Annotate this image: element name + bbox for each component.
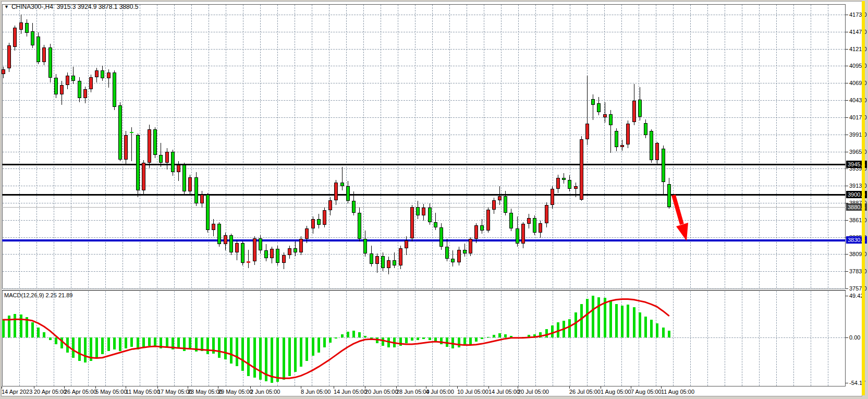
candle-down bbox=[264, 250, 268, 258]
vertical-gridline bbox=[587, 5, 588, 288]
macd-histogram-bar bbox=[341, 334, 344, 337]
horizontal-gridline bbox=[3, 117, 845, 118]
time-axis-label: 4 Jul 05:00 bbox=[426, 389, 454, 395]
macd-histogram-bar bbox=[300, 337, 302, 367]
candle-down bbox=[644, 123, 647, 135]
macd-histogram-bar bbox=[387, 337, 390, 347]
candle-wick bbox=[435, 213, 436, 230]
vertical-gridline bbox=[157, 291, 157, 386]
horizontal-line-3900.0[interactable] bbox=[2, 194, 846, 196]
candle-up bbox=[60, 85, 64, 94]
macd-histogram-bar bbox=[26, 317, 28, 337]
horizontal-line-3830.6[interactable] bbox=[2, 239, 846, 241]
macd-histogram-bar bbox=[580, 304, 583, 337]
candle-down bbox=[434, 222, 437, 227]
vertical-gridline bbox=[398, 5, 398, 288]
candle-up bbox=[212, 224, 215, 229]
time-axis-label: 1 Aug 05:00 bbox=[601, 389, 631, 395]
candle-wick bbox=[593, 94, 593, 120]
candle-down bbox=[463, 250, 467, 254]
candle-up bbox=[177, 165, 180, 172]
horizontal-gridline bbox=[3, 152, 845, 152]
time-axis-label: 23 May 05:00 bbox=[188, 389, 223, 395]
candle-wick bbox=[605, 102, 605, 123]
vertical-gridline bbox=[363, 291, 364, 386]
time-axis-label: 20 Jun 05:00 bbox=[365, 389, 398, 395]
vertical-gridline bbox=[226, 5, 226, 288]
macd-histogram-bar bbox=[72, 337, 75, 358]
candle-down bbox=[562, 178, 566, 180]
macd-histogram-bar bbox=[172, 337, 174, 349]
vertical-gridline bbox=[518, 5, 519, 288]
macd-histogram-bar bbox=[434, 337, 437, 342]
candle-up bbox=[19, 22, 23, 30]
vertical-gridline bbox=[776, 5, 777, 288]
macd-histogram-bar bbox=[195, 337, 198, 352]
macd-histogram-bar bbox=[411, 337, 413, 341]
vertical-gridline bbox=[553, 5, 553, 288]
time-axis-label: 20 Jul 05:00 bbox=[518, 389, 549, 395]
macd-histogram-bar bbox=[183, 337, 186, 351]
macd-histogram-bar bbox=[265, 337, 267, 381]
candle-down bbox=[36, 37, 40, 62]
macd-histogram-bar bbox=[370, 337, 373, 340]
vertical-gridline bbox=[123, 5, 123, 288]
candle-up bbox=[247, 261, 250, 263]
candle-down bbox=[667, 184, 671, 207]
price-tick bbox=[846, 220, 848, 221]
candle-down bbox=[393, 260, 396, 265]
candle-down bbox=[416, 207, 420, 215]
one-click-dropdown-icon[interactable]: ▼ bbox=[4, 4, 9, 9]
candle-up bbox=[270, 249, 274, 258]
candle-down bbox=[54, 78, 58, 94]
candle-down bbox=[480, 225, 484, 231]
candle-down bbox=[439, 227, 443, 247]
macd-histogram-bar bbox=[568, 319, 571, 337]
vertical-gridline bbox=[467, 5, 467, 288]
candle-down bbox=[194, 177, 198, 203]
macd-histogram-bar bbox=[177, 337, 180, 348]
vertical-gridline bbox=[467, 291, 467, 386]
vertical-gridline bbox=[140, 5, 140, 288]
macd-histogram-bar bbox=[405, 337, 408, 343]
candle-up bbox=[457, 250, 461, 262]
macd-histogram-bar bbox=[218, 337, 221, 358]
vertical-gridline bbox=[673, 5, 674, 288]
candle-down bbox=[276, 249, 279, 263]
horizontal-gridline bbox=[3, 66, 845, 66]
vertical-gridline bbox=[329, 5, 329, 288]
macd-histogram-bar bbox=[271, 337, 273, 383]
vertical-gridline bbox=[553, 291, 553, 386]
macd-histogram-bar bbox=[533, 334, 536, 337]
time-axis-label: 14 Jul 05:00 bbox=[488, 389, 520, 395]
macd-tick bbox=[846, 296, 848, 296]
candle-down bbox=[509, 213, 513, 228]
candle-wick bbox=[73, 67, 74, 84]
macd-histogram-bar bbox=[510, 336, 512, 337]
macd-histogram-bar bbox=[125, 337, 127, 348]
candle-down bbox=[597, 103, 601, 112]
vertical-gridline bbox=[742, 5, 742, 288]
candle-up bbox=[626, 124, 630, 144]
vertical-gridline bbox=[828, 291, 828, 386]
candle-wick bbox=[108, 69, 109, 88]
macd-histogram-bar bbox=[644, 317, 647, 337]
candle-up bbox=[527, 218, 531, 224]
macd-histogram-bar bbox=[451, 337, 454, 348]
price-tick bbox=[846, 15, 848, 15]
vertical-gridline bbox=[105, 291, 106, 386]
macd-histogram-bar bbox=[206, 337, 209, 354]
macd-histogram-bar bbox=[294, 337, 297, 372]
vertical-gridline bbox=[19, 5, 20, 288]
macd-histogram-bar bbox=[458, 337, 460, 347]
candle-up bbox=[200, 195, 204, 204]
candle-down bbox=[451, 259, 455, 262]
horizontal-line-3945.5[interactable] bbox=[2, 164, 846, 165]
candle-down bbox=[130, 132, 133, 134]
price-tick bbox=[846, 271, 848, 272]
price-plot[interactable] bbox=[2, 4, 846, 288]
candle-up bbox=[422, 208, 425, 215]
macd-histogram-bar bbox=[551, 325, 554, 337]
candle-up bbox=[486, 210, 490, 231]
macd-histogram-bar bbox=[166, 337, 168, 347]
